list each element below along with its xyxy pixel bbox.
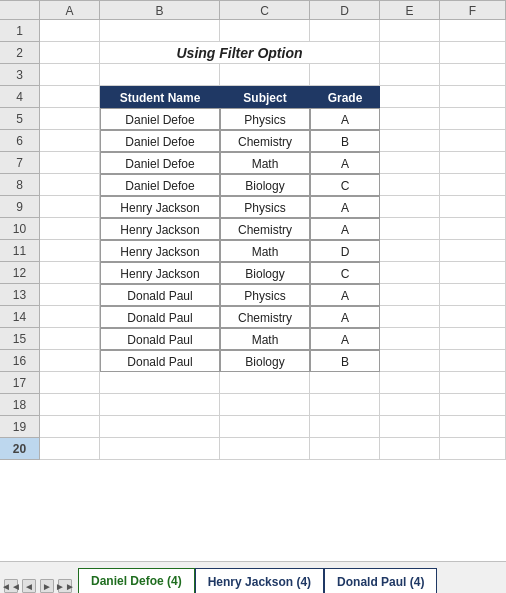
cell-b1[interactable] bbox=[100, 20, 220, 42]
cell-e1[interactable] bbox=[380, 20, 440, 42]
cell-b2-title[interactable]: Using Filter Option bbox=[100, 42, 380, 64]
cell-b11[interactable]: Henry Jackson bbox=[100, 240, 220, 262]
cell-b16[interactable]: Donald Paul bbox=[100, 350, 220, 372]
cell-f20[interactable] bbox=[440, 438, 506, 460]
cell-a7[interactable] bbox=[40, 152, 100, 174]
cell-f11[interactable] bbox=[440, 240, 506, 262]
cell-e17[interactable] bbox=[380, 372, 440, 394]
cell-b15[interactable]: Donald Paul bbox=[100, 328, 220, 350]
cell-d9[interactable]: A bbox=[310, 196, 380, 218]
cell-b5[interactable]: Daniel Defoe bbox=[100, 108, 220, 130]
cell-e14[interactable] bbox=[380, 306, 440, 328]
cell-d1[interactable] bbox=[310, 20, 380, 42]
cell-c20[interactable] bbox=[220, 438, 310, 460]
cell-f4[interactable] bbox=[440, 86, 506, 108]
cell-c19[interactable] bbox=[220, 416, 310, 438]
cell-a4[interactable] bbox=[40, 86, 100, 108]
cell-b6[interactable]: Daniel Defoe bbox=[100, 130, 220, 152]
cell-c7[interactable]: Math bbox=[220, 152, 310, 174]
cell-e6[interactable] bbox=[380, 130, 440, 152]
cell-b10[interactable]: Henry Jackson bbox=[100, 218, 220, 240]
cell-f6[interactable] bbox=[440, 130, 506, 152]
tab-henry-jackson[interactable]: Henry Jackson (4) bbox=[195, 568, 324, 593]
cell-b12[interactable]: Henry Jackson bbox=[100, 262, 220, 284]
row-num-1[interactable]: 1 bbox=[0, 20, 40, 42]
cell-f10[interactable] bbox=[440, 218, 506, 240]
cell-f8[interactable] bbox=[440, 174, 506, 196]
cell-d15[interactable]: A bbox=[310, 328, 380, 350]
cell-e19[interactable] bbox=[380, 416, 440, 438]
cell-c1[interactable] bbox=[220, 20, 310, 42]
cell-d14[interactable]: A bbox=[310, 306, 380, 328]
cell-a19[interactable] bbox=[40, 416, 100, 438]
col-header-a[interactable]: A bbox=[40, 0, 100, 20]
cell-e8[interactable] bbox=[380, 174, 440, 196]
cell-b7[interactable]: Daniel Defoe bbox=[100, 152, 220, 174]
cell-a10[interactable] bbox=[40, 218, 100, 240]
cell-e3[interactable] bbox=[380, 64, 440, 86]
cell-b19[interactable] bbox=[100, 416, 220, 438]
cell-a8[interactable] bbox=[40, 174, 100, 196]
cell-e18[interactable] bbox=[380, 394, 440, 416]
cell-d5[interactable]: A bbox=[310, 108, 380, 130]
cell-f9[interactable] bbox=[440, 196, 506, 218]
cell-c4-header[interactable]: Subject bbox=[220, 86, 310, 108]
cell-c9[interactable]: Physics bbox=[220, 196, 310, 218]
tab-last-btn[interactable]: ►► bbox=[58, 579, 72, 593]
cell-b13[interactable]: Donald Paul bbox=[100, 284, 220, 306]
cell-f1[interactable] bbox=[440, 20, 506, 42]
cell-d13[interactable]: A bbox=[310, 284, 380, 306]
tab-next-btn[interactable]: ► bbox=[40, 579, 54, 593]
row-num-12[interactable]: 12 bbox=[0, 262, 40, 284]
cell-f14[interactable] bbox=[440, 306, 506, 328]
row-num-8[interactable]: 8 bbox=[0, 174, 40, 196]
row-num-4[interactable]: 4 bbox=[0, 86, 40, 108]
cell-a3[interactable] bbox=[40, 64, 100, 86]
cell-c18[interactable] bbox=[220, 394, 310, 416]
cell-f15[interactable] bbox=[440, 328, 506, 350]
cell-a13[interactable] bbox=[40, 284, 100, 306]
cell-e10[interactable] bbox=[380, 218, 440, 240]
cell-c6[interactable]: Chemistry bbox=[220, 130, 310, 152]
row-num-3[interactable]: 3 bbox=[0, 64, 40, 86]
cell-b14[interactable]: Donald Paul bbox=[100, 306, 220, 328]
row-num-9[interactable]: 9 bbox=[0, 196, 40, 218]
col-header-d[interactable]: D bbox=[310, 0, 380, 20]
cell-b18[interactable] bbox=[100, 394, 220, 416]
row-num-6[interactable]: 6 bbox=[0, 130, 40, 152]
cell-c5[interactable]: Physics bbox=[220, 108, 310, 130]
cell-d6[interactable]: B bbox=[310, 130, 380, 152]
row-num-16[interactable]: 16 bbox=[0, 350, 40, 372]
cell-c16[interactable]: Biology bbox=[220, 350, 310, 372]
cell-f19[interactable] bbox=[440, 416, 506, 438]
cell-a11[interactable] bbox=[40, 240, 100, 262]
cell-f18[interactable] bbox=[440, 394, 506, 416]
cell-c8[interactable]: Biology bbox=[220, 174, 310, 196]
cell-d7[interactable]: A bbox=[310, 152, 380, 174]
tab-prev-btn[interactable]: ◄ bbox=[22, 579, 36, 593]
row-num-11[interactable]: 11 bbox=[0, 240, 40, 262]
cell-b20[interactable] bbox=[100, 438, 220, 460]
col-header-b[interactable]: B bbox=[100, 0, 220, 20]
tab-first-btn[interactable]: ◄◄ bbox=[4, 579, 18, 593]
cell-c11[interactable]: Math bbox=[220, 240, 310, 262]
row-num-14[interactable]: 14 bbox=[0, 306, 40, 328]
cell-d8[interactable]: C bbox=[310, 174, 380, 196]
cell-b8[interactable]: Daniel Defoe bbox=[100, 174, 220, 196]
cell-e20[interactable] bbox=[380, 438, 440, 460]
cell-e9[interactable] bbox=[380, 196, 440, 218]
cell-e13[interactable] bbox=[380, 284, 440, 306]
cell-d11[interactable]: D bbox=[310, 240, 380, 262]
cell-e5[interactable] bbox=[380, 108, 440, 130]
cell-e12[interactable] bbox=[380, 262, 440, 284]
cell-a9[interactable] bbox=[40, 196, 100, 218]
cell-c15[interactable]: Math bbox=[220, 328, 310, 350]
cell-f3[interactable] bbox=[440, 64, 506, 86]
row-num-19[interactable]: 19 bbox=[0, 416, 40, 438]
cell-c3[interactable] bbox=[220, 64, 310, 86]
cell-d20[interactable] bbox=[310, 438, 380, 460]
col-header-c[interactable]: C bbox=[220, 0, 310, 20]
cell-e7[interactable] bbox=[380, 152, 440, 174]
cell-a1[interactable] bbox=[40, 20, 100, 42]
cell-a15[interactable] bbox=[40, 328, 100, 350]
